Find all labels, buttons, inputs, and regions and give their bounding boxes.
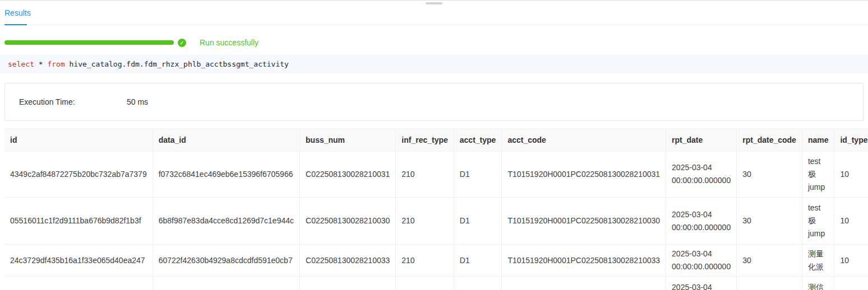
cell-id_type: 10 bbox=[834, 151, 868, 198]
cell-rpt_date_code bbox=[737, 277, 802, 290]
column-header-buss_num: buss_num bbox=[300, 129, 396, 151]
column-header-rpt_date: rpt_date bbox=[666, 129, 737, 151]
cell-acct_type: D1 bbox=[454, 151, 502, 198]
cell-id_type: 10 bbox=[834, 198, 868, 245]
cell-buss_num: C022508130028210030 bbox=[300, 198, 396, 245]
cell-name: 测量 化派 bbox=[802, 245, 834, 277]
cell-id: 24c3729df435b16a1f33e065d40ea247 bbox=[4, 245, 153, 277]
table-row: 2025-03-04测信 bbox=[4, 277, 868, 290]
cell-acct_code: T10151920H0001PC022508130028210031 bbox=[502, 151, 666, 198]
cell-rpt_date: 2025-03-04 00:00:00.000000 bbox=[666, 151, 737, 198]
tab-results-label: Results bbox=[4, 8, 31, 17]
sql-statement: select * from hive_catalog.fdm.fdm_rhzx_… bbox=[0, 55, 868, 73]
table-body: 4349c2af84872275b20bc732ab7a7379f0732c68… bbox=[4, 151, 868, 290]
cell-inf_rec_type: 210 bbox=[396, 198, 454, 245]
cell-data_id: f0732c6841ec469eb6e15396f6705966 bbox=[153, 151, 299, 198]
panel-resize-handle[interactable] bbox=[426, 2, 442, 4]
cell-rpt_date_code: 30 bbox=[737, 198, 802, 245]
cell-id_type: 10 bbox=[834, 245, 868, 277]
cell-rpt_date: 2025-03-04 bbox=[666, 277, 737, 290]
cell-inf_rec_type: 210 bbox=[396, 245, 454, 277]
run-status-text: Run successfully bbox=[200, 38, 258, 47]
active-tab-underline bbox=[4, 24, 27, 25]
cell-acct_type bbox=[454, 277, 502, 290]
cell-buss_num: C022508130028210031 bbox=[300, 151, 396, 198]
tab-results[interactable]: Results bbox=[4, 1, 31, 25]
cell-inf_rec_type bbox=[396, 277, 454, 290]
column-header-id: id bbox=[4, 129, 153, 151]
cell-data_id bbox=[153, 277, 299, 290]
cell-rpt_date: 2025-03-04 00:00:00.000000 bbox=[666, 198, 737, 245]
table-row: 05516011c1f2d9111ba676b9d82f1b3f6b8f987e… bbox=[4, 198, 868, 245]
results-panel: { "colors": { "accent": "#1890ff", "succ… bbox=[0, 0, 868, 290]
cell-id_type bbox=[834, 277, 868, 290]
cell-id: 4349c2af84872275b20bc732ab7a7379 bbox=[4, 151, 153, 198]
column-header-acct_code: acct_code bbox=[502, 129, 666, 151]
column-header-acct_type: acct_type bbox=[454, 129, 502, 151]
column-header-inf_rec_type: inf_rec_type bbox=[396, 129, 454, 151]
column-header-data_id: data_id bbox=[153, 129, 299, 151]
cell-name: test 极 jump bbox=[802, 151, 834, 198]
execution-time-label: Execution Time: bbox=[19, 97, 127, 106]
cell-name: test 极 jump bbox=[802, 198, 834, 245]
table-row: 4349c2af84872275b20bc732ab7a7379f0732c68… bbox=[4, 151, 868, 198]
results-table: iddata_idbuss_numinf_rec_typeacct_typeac… bbox=[4, 129, 868, 290]
cell-rpt_date_code: 30 bbox=[737, 245, 802, 277]
cell-id: 05516011c1f2d9111ba676b9d82f1b3f bbox=[4, 198, 153, 245]
cell-acct_code: T10151920H0001PC022508130028210030 bbox=[502, 198, 666, 245]
cell-rpt_date: 2025-03-04 00:00:00.000000 bbox=[666, 245, 737, 277]
run-status-row: ✓ Run successfully bbox=[4, 35, 864, 50]
cell-data_id: 6b8f987e83da4cce8cd1269d7c1e944c bbox=[153, 198, 299, 245]
sql-keyword-from: from bbox=[47, 60, 64, 68]
cell-buss_num: C022508130028210033 bbox=[300, 245, 396, 277]
cell-id bbox=[4, 277, 153, 290]
sql-operator: * bbox=[34, 60, 47, 68]
execution-time-value: 50 ms bbox=[127, 97, 148, 106]
execution-time-box: Execution Time: 50 ms bbox=[4, 83, 864, 121]
cell-data_id: 60722f42630b4929a8cdcdfd591e0cb7 bbox=[153, 245, 299, 277]
cell-acct_code: T10151920H0001PC022508130028210033 bbox=[502, 245, 666, 277]
column-header-id_type: id_type bbox=[834, 129, 868, 151]
cell-rpt_date_code: 30 bbox=[737, 151, 802, 198]
cell-name: 测信 bbox=[802, 277, 834, 290]
column-header-rpt_date_code: rpt_date_code bbox=[737, 129, 802, 151]
cell-acct_type: D1 bbox=[454, 245, 502, 277]
cell-acct_type: D1 bbox=[454, 198, 502, 245]
cell-acct_code bbox=[502, 277, 666, 290]
table-header-row: iddata_idbuss_numinf_rec_typeacct_typeac… bbox=[4, 129, 868, 151]
column-header-name: name bbox=[802, 129, 834, 151]
cell-inf_rec_type: 210 bbox=[396, 151, 454, 198]
cell-buss_num bbox=[300, 277, 396, 290]
sql-keyword-select: select bbox=[8, 60, 34, 68]
sql-table-ref: hive_catalog.fdm.fdm_rhzx_phlb_acctbssgm… bbox=[65, 60, 289, 68]
success-check-icon: ✓ bbox=[178, 39, 186, 47]
progress-bar bbox=[4, 40, 174, 45]
table-row: 24c3729df435b16a1f33e065d40ea24760722f42… bbox=[4, 245, 868, 277]
